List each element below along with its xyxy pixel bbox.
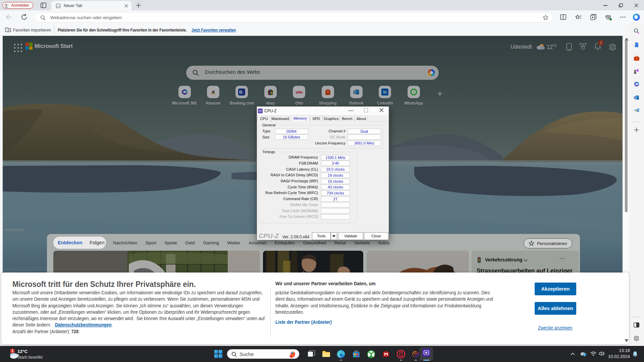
svg-text:i: i xyxy=(584,354,585,357)
